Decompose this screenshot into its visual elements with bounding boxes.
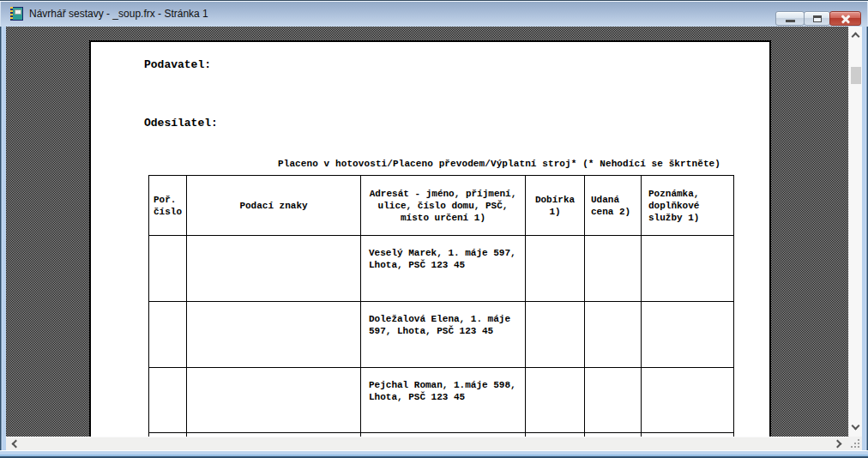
horizontal-scrollbar[interactable] [6,437,848,450]
report-designer-window: Návrhář sestavy - _soup.frx - Stránka 1 … [0,0,868,458]
cell-udana-cena [585,236,642,302]
close-button[interactable] [829,11,861,26]
chevron-down-icon [852,422,860,431]
cell-por-cislo [149,302,187,368]
table-header-row: Poř. číslo Podací znaky Adresát - jméno,… [149,176,734,236]
odesilatel-label: Odesílatel: [144,117,218,130]
chevron-left-icon [12,440,21,449]
cell-adresat: Pejchal Roman, 1.máje 598, Lhota, PSČ 12… [361,368,526,433]
preview-viewport: Podavatel: Odesílatel: Placeno v hotovos… [6,27,848,437]
resize-grip[interactable] [848,437,862,450]
podavatel-label: Podavatel: [144,58,211,71]
vertical-scrollbar-thumb[interactable] [851,67,861,84]
window-frame-left [0,27,6,450]
window-title: Návrhář sestavy - _soup.frx - Stránka 1 [29,1,208,27]
cell-dobirka [526,368,585,433]
cell-poznamka [642,236,734,302]
cell-udana-cena [585,368,642,433]
table-row: Veselý Marek, 1. máje 597, Lhota, PSČ 12… [149,236,734,302]
chevron-up-icon [852,33,860,41]
report-table: Poř. číslo Podací znaky Adresát - jméno,… [148,175,734,437]
column-header-adresat: Adresát - jméno, příjmení, ulice, číslo … [361,176,526,236]
minimize-button[interactable] [775,11,805,26]
maximize-button[interactable] [804,11,830,26]
scroll-right-button[interactable] [833,437,847,451]
scroll-down-button[interactable] [849,421,863,435]
chevron-right-icon [834,440,842,449]
cell-poznamka [642,368,734,433]
cell-podaci-znaky [187,236,361,302]
cell-poznamka [642,302,734,368]
column-header-podaci-znaky: Podací znaky [187,176,361,236]
window-frame-bottom [0,450,868,458]
report-page: Podavatel: Odesílatel: Placeno v hotovos… [89,40,771,437]
maximize-icon [813,15,822,22]
minimize-icon [786,20,795,22]
cell-podaci-znaky [187,368,361,433]
cell-por-cislo [149,236,187,302]
cell-adresat: Veselý Marek, 1. máje 597, Lhota, PSČ 12… [361,236,526,302]
cell-podaci-znaky [187,302,361,368]
table-title: Placeno v hotovosti/Placeno převodem/Výp… [278,159,720,169]
scroll-left-button[interactable] [8,437,21,451]
window-frame-right [862,27,868,450]
titlebar[interactable]: Návrhář sestavy - _soup.frx - Stránka 1 [0,0,868,27]
table-row: Doležalová Elena, 1. máje 597, Lhota, PS… [149,302,734,368]
column-header-por-cislo: Poř. číslo [149,176,187,236]
column-header-dobirka: Dobírka 1) [526,176,585,236]
cell-dobirka [526,236,585,302]
cell-udana-cena [585,302,642,368]
column-header-udana-cena: Udaná cena 2) [585,176,642,236]
report-notebook-icon [9,7,23,21]
vertical-scrollbar[interactable] [848,27,862,437]
cell-adresat: Doležalová Elena, 1. máje 597, Lhota, PS… [361,302,526,368]
scroll-up-button[interactable] [849,28,863,42]
table-row: Pejchal Roman, 1.máje 598, Lhota, PSČ 12… [149,368,734,433]
cell-por-cislo [149,368,187,433]
column-header-poznamka: Poznámka, doplňkové služby 1) [642,176,734,236]
cell-dobirka [526,302,585,368]
window-controls [776,11,861,26]
close-icon [841,15,851,23]
